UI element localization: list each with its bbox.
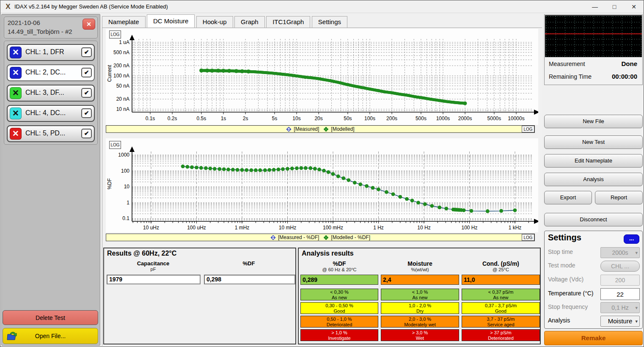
channel-2-checkbox[interactable]: ✔ xyxy=(81,68,92,77)
new-file-button[interactable]: New File xyxy=(544,115,643,128)
dc-moisture-page: LOG 0.1s0.2s0.5s1s2s5s10s20s50s100s200s5… xyxy=(102,28,542,346)
df-scale-deteriorated: 0,50 - 1,0 % Deteriorated xyxy=(300,316,378,328)
tab-hook-up[interactable]: Hook-up xyxy=(196,16,233,28)
right-panel: Measurement Done Remaining Time 00:00:00… xyxy=(544,14,643,346)
current-vs-time-chart: 0.1s0.2s0.5s1s2s5s10s20s50s100s200s500s1… xyxy=(106,29,538,125)
scale-range: < 0,30 % xyxy=(301,289,378,295)
export-button[interactable]: Export xyxy=(544,191,592,204)
channel-row-5[interactable]: ✕ CHL: 5, PD... ✔ xyxy=(7,125,95,142)
log-toggle-current-y[interactable]: LOG xyxy=(109,30,121,39)
channel-row-2[interactable]: ✕ CHL: 2, DC... ✔ xyxy=(7,64,95,81)
svg-text:100s: 100s xyxy=(364,116,375,121)
moisture-scale-dry: 1,0 - 2,0 % Dry xyxy=(381,302,459,314)
scale-label: Wet xyxy=(381,336,459,341)
minimize-button[interactable]: — xyxy=(585,0,605,13)
scale-range: 1,0 - 2,0 % xyxy=(381,303,459,308)
tab-settings[interactable]: Settings xyxy=(312,16,347,28)
channel-row-1[interactable]: ✕ CHL: 1, DFR ✔ xyxy=(7,44,95,61)
svg-text:50 nA: 50 nA xyxy=(116,83,129,89)
settings-more-button[interactable]: ... xyxy=(624,234,639,244)
tab-dc-moisture[interactable]: DC Moisture xyxy=(147,14,195,28)
remaining-time-value: 00:00:00 xyxy=(612,73,637,80)
remake-button[interactable]: Remake xyxy=(544,331,643,345)
channel-5-checkbox[interactable]: ✔ xyxy=(81,129,92,138)
scale-range: 3,7 - 37 pS/m xyxy=(462,317,539,322)
svg-text:10: 10 xyxy=(124,184,130,190)
channel-1-checkbox[interactable]: ✔ xyxy=(81,47,92,57)
settings-title: Settings xyxy=(548,233,581,242)
stop-frequency-select: 0,1 Hz ▾ xyxy=(600,302,640,313)
scale-range: 0,37 - 3,7 pS/m xyxy=(462,303,539,308)
chevron-down-icon: ▾ xyxy=(635,248,638,258)
app-window: X IDAX v5.2.164 by Megger Sweden AB (Ser… xyxy=(0,0,644,347)
channel-4-label: CHL: 4, DC... xyxy=(25,109,66,117)
sidebar: 2021-10-06 14.49_till_Torbjörn - #2 ✕ ✕ … xyxy=(1,14,100,346)
live-signal-scope xyxy=(545,15,642,57)
temperature-input[interactable] xyxy=(600,288,640,300)
cond-scale-good: 0,37 - 3,7 pS/m Good xyxy=(462,302,540,314)
current-chart-panel: LOG 0.1s0.2s0.5s1s2s5s10s20s50s100s200s5… xyxy=(106,29,538,125)
df-value: 0,298 xyxy=(204,275,295,284)
svg-text:1 mHz: 1 mHz xyxy=(235,225,250,231)
scale-range: 0,50 - 1,0 % xyxy=(301,317,378,322)
channel-1-label: CHL: 1, DFR xyxy=(25,48,64,56)
results-groupbox: Results @ 60Hz, 22°C Capacitance pF %DF … xyxy=(103,248,296,344)
analysis-mode-value: Moisture xyxy=(608,317,633,325)
channel-row-3[interactable]: ✕ CHL: 3, DF... ✔ xyxy=(7,85,95,102)
tab-nameplate[interactable]: Nameplate xyxy=(102,16,146,28)
svg-text:20s: 20s xyxy=(314,116,322,121)
close-test-button[interactable]: ✕ xyxy=(83,19,95,30)
svg-text:10 uHz: 10 uHz xyxy=(143,225,159,231)
channel-4-checkbox[interactable]: ✔ xyxy=(81,108,92,118)
open-file-button[interactable]: Open File... xyxy=(3,328,98,344)
scale-label: Dry xyxy=(381,308,459,314)
stop-time-value: 2000s xyxy=(612,249,628,256)
svg-text:0.5s: 0.5s xyxy=(197,116,206,121)
analysis-df-header: %DF xyxy=(300,260,378,267)
cond-scale-as-new: < 0,37 pS/m As new xyxy=(462,289,540,300)
svg-text:0.2s: 0.2s xyxy=(168,116,177,121)
log-toggle-df-x[interactable]: LOG xyxy=(522,234,534,241)
disconnect-button[interactable]: Disconnect xyxy=(544,213,643,226)
svg-text:10000s: 10000s xyxy=(508,116,524,121)
moisture-scale-moderately-wet: 2,0 - 3,0 % Moderately wet xyxy=(381,316,459,328)
log-toggle-current-x[interactable]: LOG xyxy=(522,126,534,132)
maximize-button[interactable]: □ xyxy=(605,0,624,13)
delete-test-button[interactable]: Delete Test xyxy=(3,310,98,325)
log-toggle-df-y[interactable]: LOG xyxy=(109,141,121,149)
svg-text:1000s: 1000s xyxy=(436,116,450,121)
measurement-value: Done xyxy=(622,60,638,67)
stop-frequency-label: Stop frequency xyxy=(548,303,588,310)
close-button[interactable]: ✕ xyxy=(624,0,644,13)
open-file-label: Open File... xyxy=(35,333,66,339)
stop-time-select: 2000s ▾ xyxy=(600,247,640,258)
capacitance-value: 1979 xyxy=(107,275,201,284)
stop-time-label: Stop time xyxy=(548,248,573,255)
app-logo-icon: X xyxy=(4,3,12,11)
modelled-legend-label: [Modelled] xyxy=(331,126,354,132)
svg-text:50s: 50s xyxy=(344,116,352,121)
new-test-button[interactable]: New Test xyxy=(544,135,643,149)
scale-label: Investigate xyxy=(301,336,378,341)
scale-label: Good xyxy=(301,308,378,314)
analysis-button[interactable]: Analysis xyxy=(544,173,643,186)
edit-nameplate-button[interactable]: Edit Nameplate xyxy=(544,154,643,168)
channel-row-4[interactable]: ✕ CHL: 4, DC... ✔ xyxy=(7,105,95,122)
tab-graph[interactable]: Graph xyxy=(234,16,265,28)
test-name: 14.49_till_Torbjörn - #2 xyxy=(8,28,72,35)
report-button[interactable]: Report xyxy=(595,191,643,204)
scale-label: Good xyxy=(462,308,539,314)
svg-text:100 nA: 100 nA xyxy=(113,73,129,79)
channel-5-x-icon: ✕ xyxy=(10,128,22,140)
analysis-mode-select[interactable]: Moisture ▾ xyxy=(600,316,640,327)
svg-text:10 Hz: 10 Hz xyxy=(417,225,430,231)
chevron-down-icon: ▾ xyxy=(635,316,638,326)
tab-itc1graph[interactable]: ITC1Graph xyxy=(266,16,310,28)
channel-3-checkbox[interactable]: ✔ xyxy=(81,88,92,98)
tabbar: Nameplate DC Moisture Hook-up Graph ITC1… xyxy=(102,15,542,28)
window-title: IDAX v5.2.164 by Megger Sweden AB (Servi… xyxy=(14,3,168,10)
svg-text:500 nA: 500 nA xyxy=(113,50,129,55)
svg-text:20 nA: 20 nA xyxy=(116,96,129,102)
df-header: %DF xyxy=(203,260,294,267)
measured-legend-label: [Measured] xyxy=(294,126,319,132)
